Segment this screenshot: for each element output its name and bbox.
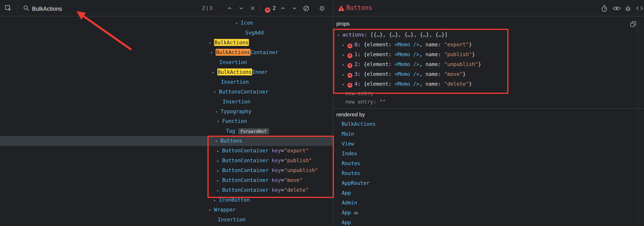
props-row[interactable]: ▸✕3: {element: <Memo />, name: "move"} xyxy=(333,69,644,79)
chevron-up-icon xyxy=(280,5,286,11)
log-to-console-button[interactable] xyxy=(623,3,633,13)
tree-row[interactable]: ▾BulkActionsContainer xyxy=(0,47,333,57)
props-value: , name: xyxy=(419,51,444,57)
rendered-by-item[interactable]: App xyxy=(333,188,644,198)
rendered-by-item[interactable]: Routes xyxy=(333,159,644,168)
inspect-element-button[interactable] xyxy=(3,3,13,13)
collapse-arrow-icon[interactable]: ▾ xyxy=(215,136,221,146)
expand-arrow-icon[interactable]: ▸ xyxy=(342,60,348,70)
inspect-element-icon xyxy=(5,5,12,12)
props-value: } xyxy=(469,81,472,87)
next-match-button[interactable] xyxy=(236,3,246,13)
props-row[interactable]: ▸✕1: {element: <Memo />, name: "publish"… xyxy=(333,50,644,60)
expand-arrow-icon[interactable]: ▸ xyxy=(342,79,348,89)
new-entry-row[interactable]: new entry: "" xyxy=(333,98,644,106)
collapse-arrow-icon[interactable]: ▾ xyxy=(236,18,241,28)
rendered-by-item[interactable]: View xyxy=(333,139,644,149)
expand-arrow-icon[interactable]: ▸ xyxy=(217,156,222,166)
collapse-arrow-icon[interactable]: ▾ xyxy=(208,205,214,215)
tree-label: = xyxy=(281,157,284,163)
collapse-arrow-icon[interactable]: ▾ xyxy=(210,48,216,58)
props-row[interactable]: ▸✕4: {element: <Memo />, name: "delete"} xyxy=(333,79,644,89)
expand-arrow-icon[interactable]: ▸ xyxy=(217,166,222,176)
suspend-toggle-button[interactable] xyxy=(599,3,609,13)
tree-row[interactable]: ▸ButtonContainer key="export" xyxy=(0,146,333,156)
props-value: , name: xyxy=(419,71,444,77)
props-value: } xyxy=(478,61,481,67)
next-error-button[interactable] xyxy=(290,3,299,13)
collapse-arrow-icon[interactable]: ▾ xyxy=(337,30,343,40)
collapse-arrow-icon[interactable]: ▾ xyxy=(212,68,217,77)
props-value: } xyxy=(469,41,472,47)
tree-row[interactable]: Insertion xyxy=(0,57,333,67)
owner-name: App xyxy=(342,210,351,216)
expand-arrow-icon[interactable]: ▸ xyxy=(342,50,348,60)
tree-row[interactable]: TagForwardRef xyxy=(0,126,333,136)
props-row[interactable]: ▸✕0: {element: <Memo />, name: "export"} xyxy=(333,40,644,50)
rendered-by-item[interactable]: BulkActions xyxy=(333,119,644,129)
owner-name: BulkActions xyxy=(342,121,376,127)
collapse-arrow-icon[interactable]: ▾ xyxy=(214,87,219,97)
props-value: <Memo /> xyxy=(395,51,419,57)
search-icon xyxy=(21,3,31,13)
collapse-arrow-icon[interactable]: ▾ xyxy=(215,107,221,117)
tree-row[interactable]: ▸ButtonContainer key="publish" xyxy=(0,156,333,166)
new-entry: "" xyxy=(380,99,386,105)
props-row[interactable]: ▾actions: [{…}, {…}, {…}, {…}, {…}] xyxy=(333,30,644,40)
inspect-dom-button[interactable] xyxy=(612,3,621,13)
tree-row[interactable]: ▸ButtonContainer key="move" xyxy=(0,175,333,185)
tree-label xyxy=(269,147,272,153)
tree-row[interactable]: Insertion xyxy=(0,77,333,87)
props-row[interactable]: ▸✕2: {element: <Memo />, name: "unpublis… xyxy=(333,60,644,69)
error-badge-icon: ✕ xyxy=(348,43,352,48)
tree-row[interactable]: ▾ButtonsContainer xyxy=(0,87,333,97)
expand-arrow-icon[interactable]: ▸ xyxy=(217,176,222,186)
new-entry-row[interactable]: new entry xyxy=(333,89,644,97)
component-tree: ▾IconSvgAdd▾BulkActions▾BulkActionsConta… xyxy=(0,18,333,226)
tree-row[interactable]: ▾Function xyxy=(0,116,333,126)
rendered-by-item[interactable]: AppRouter xyxy=(333,178,644,188)
props-value: [{…}, {…}, {…}, {…}, {…}] xyxy=(370,31,448,38)
search-input[interactable] xyxy=(31,3,172,13)
tree-label: "publish" xyxy=(284,157,312,163)
tree-label: ButtonContainer xyxy=(222,147,269,153)
tree-row[interactable]: ▾Icon xyxy=(0,18,333,28)
collapse-arrow-icon[interactable]: ▾ xyxy=(208,38,214,48)
prev-match-button[interactable] xyxy=(225,3,234,13)
expand-arrow-icon[interactable]: ▸ xyxy=(342,70,348,79)
tree-row[interactable]: ▸ButtonContainer key="delete" xyxy=(0,185,333,195)
copy-props-button[interactable] xyxy=(630,21,637,28)
expand-arrow-icon[interactable]: ▸ xyxy=(217,186,222,196)
tree-row[interactable]: ▾BulkActionsInner xyxy=(0,67,333,77)
settings-button[interactable]: ⚙ xyxy=(317,3,327,13)
tree-row[interactable]: SvgAdd xyxy=(0,28,333,38)
view-source-button[interactable] xyxy=(634,3,644,13)
collapse-arrow-icon[interactable]: ▾ xyxy=(217,117,222,127)
rendered-by-item[interactable]: Routes xyxy=(333,168,644,178)
props-section-title: props xyxy=(336,21,350,27)
tree-row[interactable]: Insertion xyxy=(0,215,333,225)
prev-error-button[interactable] xyxy=(278,3,288,13)
tree-row[interactable]: Insertion xyxy=(0,97,333,107)
tree-row[interactable]: ▾Wrapper xyxy=(0,205,333,215)
rendered-by-item[interactable]: Admin xyxy=(333,198,644,208)
tree-row[interactable]: ▾Buttons xyxy=(0,136,333,146)
tree-label: ButtonContainer xyxy=(222,187,269,193)
tree-label: = xyxy=(281,177,284,183)
tree-row[interactable]: ▾BulkActions xyxy=(0,38,333,48)
expand-arrow-icon[interactable]: ▸ xyxy=(217,146,222,156)
tree-label: IconButton xyxy=(219,197,250,203)
chevron-down-icon xyxy=(292,5,297,11)
rendered-by-item[interactable]: Index xyxy=(333,149,644,159)
expand-arrow-icon[interactable]: ▸ xyxy=(214,196,219,205)
rendered-by-item[interactable]: App xyxy=(333,218,644,226)
expand-arrow-icon[interactable]: ▸ xyxy=(342,40,348,50)
props-value: <Memo /> xyxy=(395,71,419,77)
tree-row[interactable]: ▾Typography xyxy=(0,107,333,116)
tree-row[interactable]: ▸ButtonContainer key="unpublish" xyxy=(0,166,333,175)
rendered-by-item[interactable]: App xyxy=(333,208,644,218)
clear-errors-button[interactable] xyxy=(301,3,311,13)
rendered-by-item[interactable]: Main xyxy=(333,129,644,139)
tree-row[interactable]: ▸IconButton xyxy=(0,195,333,205)
clear-search-button[interactable]: ✕ xyxy=(248,3,258,13)
